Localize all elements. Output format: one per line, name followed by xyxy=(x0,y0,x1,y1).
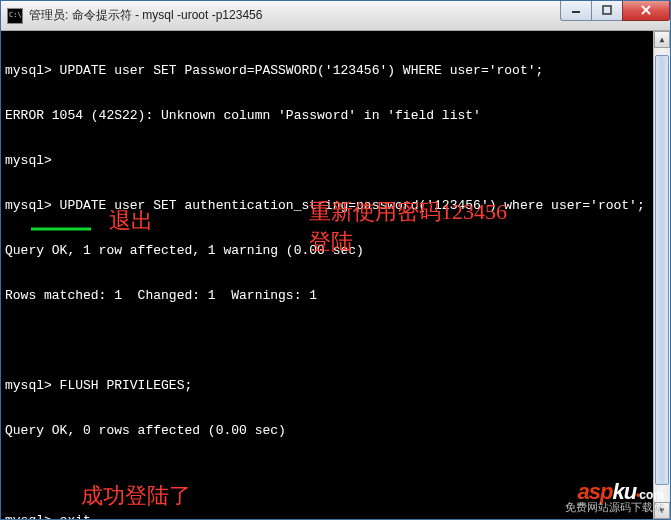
terminal-line: Rows matched: 1 Changed: 1 Warnings: 1 xyxy=(5,288,666,303)
window-title: 管理员: 命令提示符 - mysql -uroot -p123456 xyxy=(29,7,561,24)
app-window: 管理员: 命令提示符 - mysql -uroot -p123456 mysql… xyxy=(0,0,671,520)
vertical-scrollbar[interactable]: ▲ ▼ xyxy=(653,31,670,519)
watermark: aspku•com 免费网站源码下载站 xyxy=(565,486,664,513)
svg-rect-1 xyxy=(603,6,611,14)
terminal-line: mysql> xyxy=(5,153,666,168)
terminal-line: ERROR 1054 (42S22): Unknown column 'Pass… xyxy=(5,108,666,123)
close-button[interactable] xyxy=(622,1,670,21)
terminal-line xyxy=(5,333,666,348)
terminal-line: Query OK, 1 row affected, 1 warning (0.0… xyxy=(5,243,666,258)
terminal-line: mysql> FLUSH PRIVILEGES; xyxy=(5,378,666,393)
maximize-button[interactable] xyxy=(591,1,623,21)
minimize-icon xyxy=(571,5,581,15)
terminal-line xyxy=(5,468,666,483)
watermark-sub: 免费网站源码下载站 xyxy=(565,501,664,513)
terminal-output[interactable]: mysql> UPDATE user SET Password=PASSWORD… xyxy=(1,31,670,519)
terminal-line: Query OK, 0 rows affected (0.00 sec) xyxy=(5,423,666,438)
minimize-button[interactable] xyxy=(560,1,592,21)
titlebar[interactable]: 管理员: 命令提示符 - mysql -uroot -p123456 xyxy=(1,1,670,31)
cmd-icon xyxy=(7,8,23,24)
terminal-line: mysql> UPDATE user SET authentication_st… xyxy=(5,198,666,213)
terminal-line: mysql> exit xyxy=(5,513,666,519)
window-buttons xyxy=(561,1,670,23)
watermark-com: com xyxy=(639,488,664,502)
scroll-thumb[interactable] xyxy=(655,55,669,485)
scroll-up-button[interactable]: ▲ xyxy=(654,31,670,48)
maximize-icon xyxy=(602,5,612,15)
watermark-brand: aspku•com xyxy=(565,486,664,501)
close-icon xyxy=(640,5,652,15)
terminal-line: mysql> UPDATE user SET Password=PASSWORD… xyxy=(5,63,666,78)
